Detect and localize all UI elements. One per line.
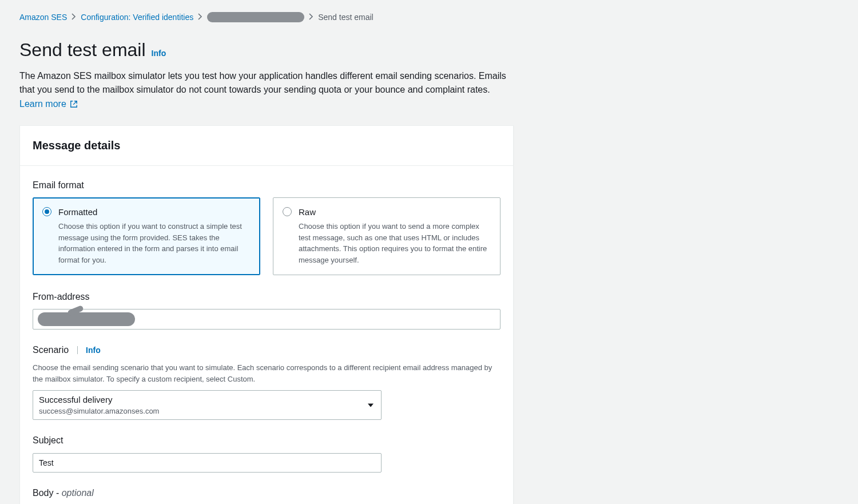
scenario-desc: Choose the email sending scenario that y… xyxy=(33,362,500,384)
body-section: Body - optional xyxy=(33,486,500,504)
info-link[interactable]: Info xyxy=(152,47,166,59)
learn-more-link[interactable]: Learn more xyxy=(19,99,78,109)
option-formatted-title: Formatted xyxy=(58,206,251,219)
body-optional-label: optional xyxy=(62,488,94,498)
option-raw-desc: Choose this option if you want to send a… xyxy=(299,221,491,265)
from-address-label: From-address xyxy=(33,290,500,303)
option-formatted-desc: Choose this option if you want to constr… xyxy=(58,221,251,265)
panel-title: Message details xyxy=(33,137,500,154)
email-format-option-formatted[interactable]: Formatted Choose this option if you want… xyxy=(33,197,260,275)
from-address-input[interactable] xyxy=(33,309,500,330)
radio-unselected-icon xyxy=(283,207,292,216)
scenario-select[interactable]: Successful delivery success@simulator.am… xyxy=(33,390,382,420)
subject-input[interactable] xyxy=(33,453,382,473)
message-details-panel: Message details Email format Formatted C… xyxy=(19,125,514,504)
page-title: Send test email xyxy=(19,37,146,63)
breadcrumb-link-config[interactable]: Configuration: Verified identities xyxy=(81,11,193,23)
chevron-right-icon xyxy=(198,11,202,23)
breadcrumb-current: Send test email xyxy=(318,11,374,23)
subject-label: Subject xyxy=(33,434,500,447)
email-format-section: Email format Formatted Choose this optio… xyxy=(33,178,500,275)
scenario-info-link[interactable]: Info xyxy=(86,346,101,355)
scenario-section: Scenario Info Choose the email sending s… xyxy=(33,343,500,420)
email-format-label: Email format xyxy=(33,178,500,192)
breadcrumb: Amazon SES Configuration: Verified ident… xyxy=(19,9,839,29)
external-link-icon xyxy=(70,98,78,113)
breadcrumb-identity-redacted xyxy=(207,12,304,22)
scenario-label: Scenario xyxy=(33,345,69,355)
from-address-section: From-address xyxy=(33,290,500,330)
scenario-selected-label: Successful delivery xyxy=(39,394,360,406)
scenario-selected-sub: success@simulator.amazonses.com xyxy=(39,406,360,417)
from-address-redacted xyxy=(38,312,135,326)
email-format-option-raw[interactable]: Raw Choose this option if you want to se… xyxy=(273,197,500,275)
caret-down-icon xyxy=(368,404,374,407)
page-description: The Amazon SES mailbox simulator lets yo… xyxy=(19,69,511,113)
chevron-right-icon xyxy=(309,11,313,23)
breadcrumb-link-service[interactable]: Amazon SES xyxy=(19,11,67,23)
option-raw-title: Raw xyxy=(299,206,491,219)
body-label: Body - xyxy=(33,488,62,498)
radio-selected-icon xyxy=(42,207,51,216)
chevron-right-icon xyxy=(72,11,76,23)
subject-section: Subject xyxy=(33,434,500,472)
